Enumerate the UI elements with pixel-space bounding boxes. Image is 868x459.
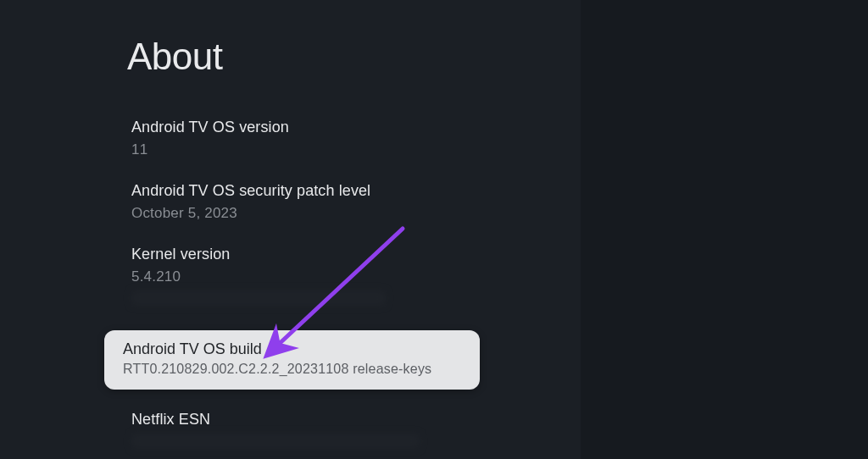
setting-row-os-version[interactable]: Android TV OS version 11 bbox=[131, 119, 470, 158]
setting-row-security-patch[interactable]: Android TV OS security patch level Octob… bbox=[131, 182, 470, 222]
setting-label: Netflix ESN bbox=[131, 411, 420, 429]
settings-main-panel: About … Android TV OS version 11 Android… bbox=[0, 0, 581, 459]
side-panel bbox=[581, 0, 868, 459]
setting-row-kernel-version[interactable]: Kernel version 5.4.210 bbox=[131, 246, 470, 306]
setting-label: Android TV OS build bbox=[123, 340, 461, 358]
page-title: About bbox=[127, 36, 222, 78]
setting-row-os-build[interactable]: Android TV OS build RTT0.210829.002.C2.2… bbox=[104, 330, 480, 390]
setting-label: Android TV OS version bbox=[131, 119, 470, 136]
setting-row-netflix-esn[interactable]: Netflix ESN bbox=[131, 411, 420, 449]
redacted-strip bbox=[131, 434, 420, 449]
setting-value: RTT0.210829.002.C2.2.2_20231108 release-… bbox=[123, 362, 461, 377]
setting-label: Kernel version bbox=[131, 246, 470, 263]
settings-list: Android TV OS version 11 Android TV OS s… bbox=[131, 119, 470, 314]
setting-value: 11 bbox=[131, 141, 470, 158]
redacted-strip bbox=[131, 290, 386, 306]
setting-value: 5.4.210 bbox=[131, 268, 470, 285]
setting-value: October 5, 2023 bbox=[131, 205, 470, 222]
partial-row-top: … bbox=[131, 80, 146, 97]
setting-label: Android TV OS security patch level bbox=[131, 182, 470, 200]
